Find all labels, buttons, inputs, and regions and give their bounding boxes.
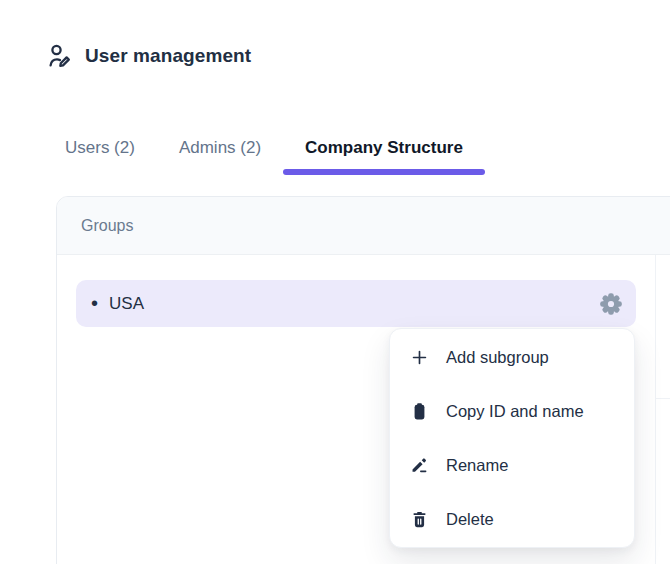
user-edit-icon: [46, 42, 72, 70]
pencil-icon: [410, 456, 429, 475]
group-row-usa[interactable]: • USA: [76, 280, 636, 327]
page-title: User management: [85, 45, 251, 67]
menu-item-copy-id-and-name-label: Copy ID and name: [446, 402, 584, 421]
details-column: [656, 255, 670, 564]
tab-users[interactable]: Users (2): [43, 128, 157, 175]
tab-company-structure[interactable]: Company Structure: [283, 128, 485, 175]
tab-bar: Users (2) Admins (2) Company Structure: [43, 128, 485, 175]
tab-admins[interactable]: Admins (2): [157, 128, 283, 175]
tab-company-structure-label: Company Structure: [305, 138, 463, 157]
groups-panel-header: Groups: [57, 197, 670, 255]
menu-item-add-subgroup[interactable]: Add subgroup: [390, 330, 634, 384]
details-row: [656, 255, 670, 399]
plus-icon: [410, 348, 429, 367]
trash-icon: [410, 510, 429, 529]
menu-item-add-subgroup-label: Add subgroup: [446, 348, 549, 367]
clipboard-icon: [410, 402, 429, 421]
group-bullet: •: [91, 293, 98, 313]
gear-icon: [599, 292, 623, 316]
menu-item-rename[interactable]: Rename: [390, 438, 634, 492]
menu-item-delete[interactable]: Delete: [390, 492, 634, 546]
menu-item-copy-id-and-name[interactable]: Copy ID and name: [390, 384, 634, 438]
group-context-menu: Add subgroup Copy ID and name Rename: [389, 328, 635, 548]
tab-users-label: Users (2): [65, 138, 135, 157]
menu-item-rename-label: Rename: [446, 456, 508, 475]
group-settings-button[interactable]: [599, 292, 623, 316]
groups-panel-title: Groups: [81, 217, 133, 235]
tab-admins-label: Admins (2): [179, 138, 261, 157]
group-name: USA: [109, 294, 144, 314]
menu-item-delete-label: Delete: [446, 510, 494, 529]
user-management-page: User management Users (2) Admins (2) Com…: [0, 0, 670, 564]
page-header: User management: [46, 42, 251, 70]
